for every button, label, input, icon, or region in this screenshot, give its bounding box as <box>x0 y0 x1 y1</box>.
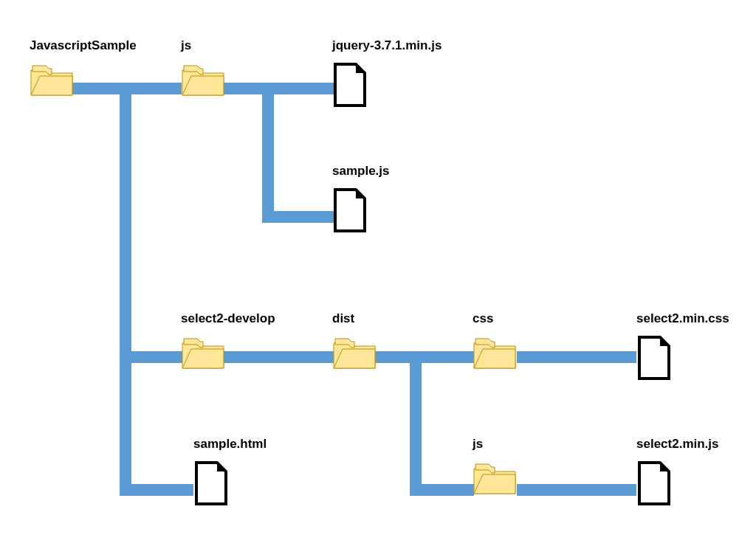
folder-icon <box>472 461 517 500</box>
node-label-samplejs: sample.js <box>332 164 390 179</box>
connector <box>120 484 193 496</box>
connector <box>262 211 334 223</box>
folder-icon <box>332 336 377 375</box>
connector <box>410 351 422 496</box>
folder-icon <box>30 63 74 102</box>
node-label-jsfile: select2.min.js <box>636 437 719 452</box>
folder-icon <box>472 336 517 375</box>
node-label-sampleh: sample.html <box>193 437 267 452</box>
connector <box>120 83 131 496</box>
node-label-jquery: jquery-3.7.1.min.js <box>332 38 441 53</box>
file-icon <box>193 461 229 509</box>
connector <box>410 484 474 496</box>
node-label-jsdir: js <box>472 437 483 452</box>
node-label-select2: select2-develop <box>181 311 275 326</box>
connector <box>262 83 274 223</box>
folder-icon <box>181 63 225 102</box>
node-label-js: js <box>181 38 191 53</box>
connector <box>221 83 334 94</box>
node-label-root: JavascriptSample <box>30 38 137 53</box>
file-icon <box>636 461 672 509</box>
connector <box>223 351 334 363</box>
file-icon <box>636 336 672 384</box>
node-label-dist: dist <box>332 311 354 326</box>
connector <box>374 351 474 363</box>
node-label-cssdir: css <box>472 311 493 326</box>
connector <box>517 351 636 363</box>
file-icon <box>332 188 368 236</box>
folder-icon <box>181 336 225 375</box>
file-icon <box>332 63 368 111</box>
node-label-cssfile: select2.min.css <box>636 311 729 326</box>
connector <box>120 351 183 363</box>
connector <box>517 484 636 496</box>
